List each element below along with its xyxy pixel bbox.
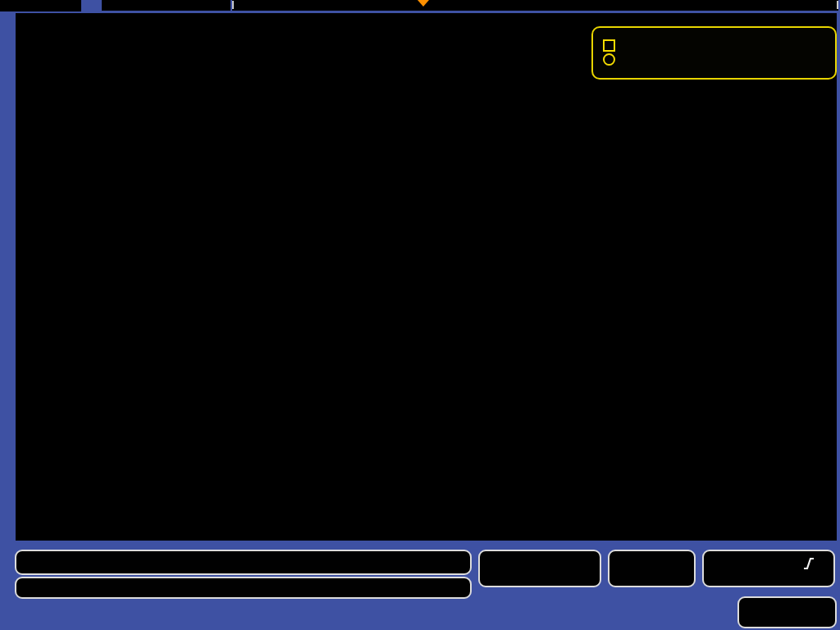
ch2-readout[interactable]	[153, 555, 189, 570]
cursor-b-marker[interactable]	[21, 319, 35, 333]
cursor-a-time	[621, 39, 710, 52]
measurement-readout[interactable]	[15, 577, 472, 599]
waveform-display[interactable]	[16, 13, 837, 541]
ch1-position-marker[interactable]	[0, 539, 14, 554]
cursor-b-value	[742, 53, 829, 66]
cursor-b-badge	[719, 53, 733, 66]
cursor-a-badge	[719, 39, 733, 52]
ch1-readout[interactable]	[21, 555, 57, 570]
record-line	[234, 4, 837, 6]
rising-edge-icon	[803, 557, 815, 570]
ch4-readout[interactable]	[424, 555, 460, 570]
acquisition-readout	[608, 550, 696, 587]
ch3-readout[interactable]	[286, 555, 328, 570]
oscilloscope-screen	[0, 0, 840, 630]
cursor-b-time	[621, 53, 710, 66]
ch2-position-marker[interactable]	[0, 257, 14, 272]
ch1-badge[interactable]	[21, 555, 46, 570]
record-view-bar[interactable]	[232, 0, 838, 11]
cursor-readout-box	[591, 26, 837, 80]
ch4-badge[interactable]	[424, 555, 449, 570]
logo-area	[0, 0, 81, 11]
datetime-box	[737, 596, 837, 628]
trigger-readout[interactable]	[702, 550, 835, 587]
trigger-position-icon[interactable]	[418, 0, 429, 7]
cursor-a-value	[742, 39, 829, 52]
trigger-source-badge	[768, 556, 792, 572]
message-area	[102, 0, 231, 11]
ch3-badge[interactable]	[286, 555, 311, 570]
square-cursor-icon	[596, 39, 621, 52]
timebase-readout[interactable]	[478, 550, 601, 587]
ch2-badge[interactable]	[153, 555, 178, 570]
measurement-source-badge	[25, 580, 49, 596]
channel-readout-bar	[15, 550, 472, 575]
cursor-a-marker[interactable]	[21, 249, 34, 263]
ch3-position-marker[interactable]	[0, 300, 14, 315]
record-right-bracket	[837, 1, 838, 9]
circle-cursor-icon	[596, 53, 621, 66]
